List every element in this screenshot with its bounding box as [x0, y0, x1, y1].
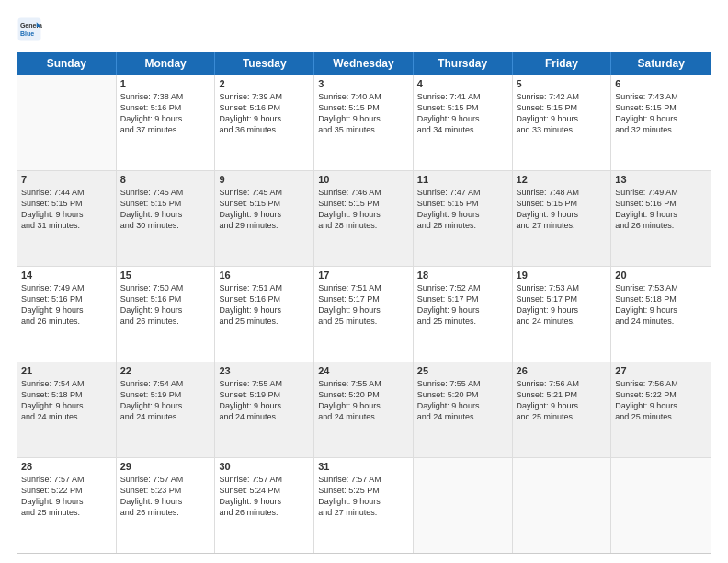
cell-line: Daylight: 9 hours [219, 400, 310, 411]
cell-line: Daylight: 9 hours [120, 496, 211, 507]
calendar-cell: 15Sunrise: 7:50 AMSunset: 5:16 PMDayligh… [117, 267, 216, 362]
day-number: 3 [318, 78, 409, 89]
cell-line: and 30 minutes. [120, 220, 211, 231]
cell-line: Daylight: 9 hours [318, 400, 409, 411]
cell-line: Sunrise: 7:45 AM [219, 187, 310, 198]
cell-line: Daylight: 9 hours [615, 113, 707, 124]
calendar-cell: 7Sunrise: 7:44 AMSunset: 5:15 PMDaylight… [17, 171, 117, 266]
cell-line: Sunrise: 7:57 AM [318, 474, 409, 485]
cell-line: Sunrise: 7:55 AM [318, 378, 409, 389]
cell-line: and 24 minutes. [417, 411, 508, 422]
day-number: 28 [21, 461, 112, 472]
cell-line: Daylight: 9 hours [21, 496, 112, 507]
cell-line: and 24 minutes. [318, 411, 409, 422]
day-number: 12 [517, 174, 608, 185]
day-number: 7 [21, 174, 112, 185]
day-number: 5 [517, 78, 608, 89]
cell-line: and 33 minutes. [517, 124, 608, 135]
cell-line: Sunrise: 7:48 AM [517, 187, 608, 198]
cell-line: Daylight: 9 hours [417, 113, 508, 124]
logo-icon: General Blue [17, 17, 42, 42]
day-number: 17 [318, 270, 409, 281]
cell-line: Sunset: 5:17 PM [318, 293, 409, 304]
cell-line: Sunrise: 7:55 AM [219, 378, 310, 389]
cell-line: and 24 minutes. [615, 316, 707, 327]
calendar-cell: 1Sunrise: 7:38 AMSunset: 5:16 PMDaylight… [117, 75, 216, 170]
calendar-cell: 11Sunrise: 7:47 AMSunset: 5:15 PMDayligh… [414, 171, 513, 266]
day-number: 16 [219, 270, 310, 281]
day-number: 26 [517, 365, 608, 376]
cell-line: Sunrise: 7:46 AM [318, 187, 409, 198]
day-number: 24 [318, 365, 409, 376]
cell-line: Daylight: 9 hours [615, 304, 707, 316]
cell-line: Sunrise: 7:40 AM [318, 91, 409, 102]
cell-line: Daylight: 9 hours [120, 304, 211, 316]
cell-line: Daylight: 9 hours [318, 304, 409, 316]
calendar-cell: 24Sunrise: 7:55 AMSunset: 5:20 PMDayligh… [314, 362, 414, 457]
day-number: 9 [219, 174, 310, 185]
calendar-cell: 13Sunrise: 7:49 AMSunset: 5:16 PMDayligh… [611, 171, 711, 266]
calendar-header-sunday: Sunday [17, 52, 117, 75]
cell-line: Sunrise: 7:38 AM [120, 91, 211, 102]
cell-line: Sunset: 5:18 PM [21, 389, 112, 400]
cell-line: and 27 minutes. [517, 220, 608, 231]
calendar-week-4: 28Sunrise: 7:57 AMSunset: 5:22 PMDayligh… [17, 457, 711, 553]
day-number: 27 [615, 365, 707, 376]
cell-line: and 35 minutes. [318, 124, 409, 135]
calendar-cell: 18Sunrise: 7:52 AMSunset: 5:17 PMDayligh… [414, 267, 513, 362]
header: General Blue [17, 17, 711, 42]
day-number: 8 [120, 174, 211, 185]
calendar-cell: 14Sunrise: 7:49 AMSunset: 5:16 PMDayligh… [17, 267, 117, 362]
cell-line: Sunset: 5:25 PM [318, 485, 409, 496]
cell-line: Sunrise: 7:51 AM [219, 282, 310, 293]
calendar-cell: 21Sunrise: 7:54 AMSunset: 5:18 PMDayligh… [17, 362, 117, 457]
page: General Blue SundayMondayTuesdayWednesda… [0, 0, 728, 563]
cell-line: Daylight: 9 hours [517, 113, 608, 124]
cell-line: Daylight: 9 hours [219, 496, 310, 507]
cell-line: Sunrise: 7:45 AM [120, 187, 211, 198]
cell-line: Daylight: 9 hours [120, 113, 211, 124]
cell-line: and 25 minutes. [219, 316, 310, 327]
calendar-week-2: 14Sunrise: 7:49 AMSunset: 5:16 PMDayligh… [17, 266, 711, 362]
day-number: 30 [219, 461, 310, 472]
cell-line: and 26 minutes. [21, 316, 112, 327]
cell-line: Sunset: 5:15 PM [517, 198, 608, 209]
cell-line: Sunset: 5:15 PM [318, 102, 409, 113]
calendar-cell: 26Sunrise: 7:56 AMSunset: 5:21 PMDayligh… [513, 362, 612, 457]
day-number: 21 [21, 365, 112, 376]
day-number: 15 [120, 270, 211, 281]
cell-line: Sunrise: 7:50 AM [120, 282, 211, 293]
calendar-week-1: 7Sunrise: 7:44 AMSunset: 5:15 PMDaylight… [17, 170, 711, 266]
cell-line: Sunset: 5:19 PM [120, 389, 211, 400]
cell-line: Daylight: 9 hours [120, 209, 211, 220]
calendar-cell: 30Sunrise: 7:57 AMSunset: 5:24 PMDayligh… [215, 458, 314, 553]
calendar-cell: 6Sunrise: 7:43 AMSunset: 5:15 PMDaylight… [611, 75, 711, 170]
calendar-header-tuesday: Tuesday [215, 52, 314, 75]
cell-line: Sunset: 5:20 PM [318, 389, 409, 400]
cell-line: and 25 minutes. [615, 411, 707, 422]
calendar-cell: 12Sunrise: 7:48 AMSunset: 5:15 PMDayligh… [513, 171, 612, 266]
calendar-cell: 20Sunrise: 7:53 AMSunset: 5:18 PMDayligh… [611, 267, 711, 362]
cell-line: Sunrise: 7:57 AM [120, 474, 211, 485]
calendar-cell: 28Sunrise: 7:57 AMSunset: 5:22 PMDayligh… [17, 458, 117, 553]
calendar-cell: 10Sunrise: 7:46 AMSunset: 5:15 PMDayligh… [314, 171, 414, 266]
cell-line: and 28 minutes. [318, 220, 409, 231]
cell-line: Sunset: 5:20 PM [417, 389, 508, 400]
calendar-body: 1Sunrise: 7:38 AMSunset: 5:16 PMDaylight… [17, 75, 711, 553]
cell-line: Sunset: 5:15 PM [318, 198, 409, 209]
calendar-cell: 25Sunrise: 7:55 AMSunset: 5:20 PMDayligh… [414, 362, 513, 457]
cell-line: and 25 minutes. [517, 411, 608, 422]
cell-line: and 25 minutes. [21, 507, 112, 518]
cell-line: and 24 minutes. [219, 411, 310, 422]
cell-line: Sunrise: 7:52 AM [417, 282, 508, 293]
cell-line: Sunset: 5:16 PM [21, 293, 112, 304]
day-number: 14 [21, 270, 112, 281]
cell-line: and 24 minutes. [517, 316, 608, 327]
calendar-cell: 2Sunrise: 7:39 AMSunset: 5:16 PMDaylight… [215, 75, 314, 170]
cell-line: Sunset: 5:16 PM [219, 102, 310, 113]
calendar-cell: 16Sunrise: 7:51 AMSunset: 5:16 PMDayligh… [215, 267, 314, 362]
cell-line: and 25 minutes. [417, 316, 508, 327]
cell-line: Sunrise: 7:49 AM [21, 282, 112, 293]
day-number: 31 [318, 461, 409, 472]
cell-line: Sunrise: 7:57 AM [21, 474, 112, 485]
